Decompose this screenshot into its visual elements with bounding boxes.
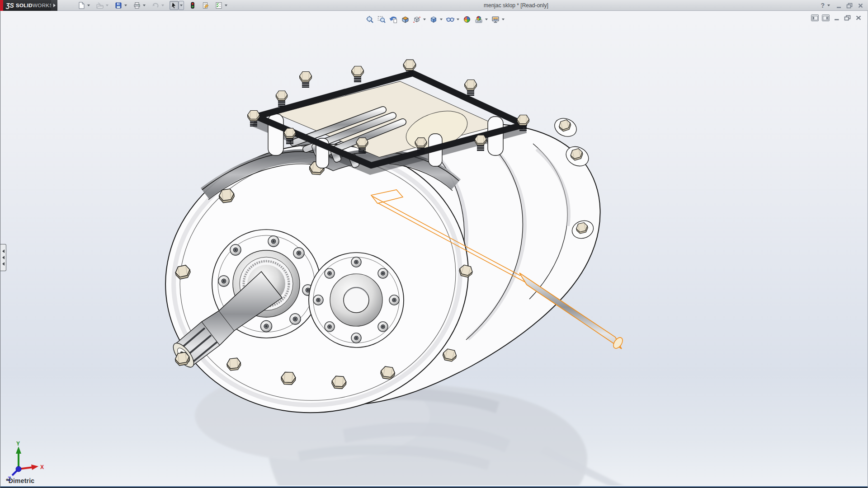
- undo-arrow-icon: [152, 2, 159, 9]
- close-icon: [858, 3, 863, 9]
- save-floppy-icon: [115, 2, 122, 9]
- select-tool-button[interactable]: [170, 1, 179, 10]
- featuremanager-collapsed-tab[interactable]: [0, 244, 6, 271]
- help-icon[interactable]: ?: [821, 0, 825, 11]
- bearing-flange-right[interactable]: [309, 253, 404, 347]
- right-arrow-icon: [53, 4, 56, 7]
- undo-dropdown[interactable]: [160, 1, 165, 10]
- edit-appearance-button[interactable]: [462, 14, 472, 24]
- titlebar: ƷS SOLIDWORKS: [0, 0, 868, 11]
- display-style-icon: [429, 15, 438, 23]
- pane-toggle-left-button[interactable]: [811, 14, 819, 21]
- stoplight-icon: [189, 2, 196, 9]
- print-icon: [133, 2, 141, 9]
- window-bottom-border: [0, 485, 868, 488]
- document-minimize-icon: [834, 15, 840, 21]
- solidworks-logo-mark: ƷS: [6, 2, 14, 9]
- display-style-button[interactable]: [429, 14, 439, 24]
- document-restore-button[interactable]: [844, 14, 851, 21]
- print-dropdown[interactable]: [142, 1, 147, 10]
- display-style-dropdown[interactable]: [439, 14, 443, 24]
- zoom-to-area-button[interactable]: [377, 14, 387, 24]
- solidworks-logo: ƷS SOLIDWORKS: [3, 0, 51, 11]
- file-properties-button[interactable]: [201, 1, 210, 10]
- document-title: menjac sklop * [Read-only]: [484, 0, 548, 11]
- triad-y-label: Y: [16, 441, 20, 447]
- save-dropdown[interactable]: [123, 1, 128, 10]
- undo-button[interactable]: [151, 1, 160, 10]
- previous-view-button[interactable]: [388, 14, 398, 24]
- view-settings-icon: [491, 15, 500, 23]
- new-document-button[interactable]: [77, 1, 86, 10]
- select-tool-dropdown[interactable]: [179, 1, 184, 10]
- left-arrow-icon: [2, 249, 5, 253]
- zoom-to-fit-button[interactable]: [365, 14, 375, 24]
- hide-show-items-button[interactable]: [445, 14, 455, 24]
- solidworks-logo-solid: SOLID: [16, 3, 33, 8]
- options-dropdown[interactable]: [223, 1, 229, 10]
- minimize-icon: [836, 3, 842, 9]
- menu-expand-arrow[interactable]: [51, 0, 57, 11]
- edit-appearance-icon: [463, 15, 471, 23]
- pane-toggle-right-button[interactable]: [822, 14, 830, 21]
- document-restore-icon: [844, 15, 851, 21]
- view-orientation-dropdown[interactable]: [422, 14, 427, 24]
- save-button[interactable]: [114, 1, 123, 10]
- left-arrow-icon: [2, 256, 5, 259]
- section-view-button[interactable]: [400, 14, 410, 24]
- apply-scene-dropdown[interactable]: [484, 14, 489, 24]
- hide-show-items-dropdown[interactable]: [455, 14, 460, 24]
- document-minimize-button[interactable]: [833, 14, 840, 21]
- solidworks-logo-works: WORKS: [33, 3, 53, 8]
- new-document-icon: [78, 2, 85, 9]
- restore-icon: [846, 3, 853, 9]
- solidworks-window: ƷS SOLIDWORKS: [0, 0, 868, 488]
- options-button[interactable]: [214, 1, 223, 10]
- apply-scene-icon: [475, 15, 483, 23]
- document-close-icon: [855, 15, 862, 21]
- file-properties-icon: [202, 2, 209, 9]
- section-view-icon: [401, 15, 409, 23]
- zoom-to-area-icon: [377, 15, 386, 23]
- pane-toggle-left-icon: [812, 16, 818, 20]
- open-dropdown[interactable]: [104, 1, 110, 10]
- apply-scene-button[interactable]: [474, 14, 484, 24]
- graphics-area[interactable]: Y X Z *Dimetric: [0, 11, 868, 488]
- pane-toggle-right-icon: [823, 16, 829, 20]
- brand-accent-strip: [0, 0, 3, 11]
- headsup-view-toolbar: [365, 14, 505, 24]
- orientation-triad: Y X Z: [5, 441, 47, 482]
- hide-show-items-icon: [446, 15, 454, 23]
- gearbox-model-scene[interactable]: [0, 11, 868, 488]
- close-button[interactable]: [856, 1, 864, 9]
- left-arrow-icon: [2, 262, 5, 266]
- new-document-dropdown[interactable]: [86, 1, 91, 10]
- help-dropdown[interactable]: [827, 5, 830, 6]
- minimize-button[interactable]: [835, 1, 843, 9]
- print-button[interactable]: [132, 1, 142, 10]
- window-controls: ?: [821, 0, 864, 11]
- view-orientation-button[interactable]: [412, 14, 422, 24]
- restore-button[interactable]: [845, 1, 854, 9]
- main-toolbar: [77, 0, 233, 11]
- previous-view-icon: [389, 15, 397, 23]
- open-button[interactable]: [95, 1, 104, 10]
- open-folder-icon: [96, 2, 104, 9]
- rebuild-button[interactable]: [188, 1, 197, 10]
- view-orientation-icon: [413, 15, 421, 23]
- view-settings-button[interactable]: [491, 14, 500, 24]
- document-close-button[interactable]: [854, 14, 862, 21]
- zoom-to-fit-icon: [366, 15, 374, 23]
- document-window-controls: [811, 14, 862, 21]
- view-settings-dropdown[interactable]: [500, 14, 505, 24]
- options-checklist-icon: [215, 2, 222, 9]
- view-orientation-label: *Dimetric: [6, 477, 34, 484]
- select-cursor-icon: [170, 2, 178, 9]
- triad-x-label: X: [40, 464, 44, 470]
